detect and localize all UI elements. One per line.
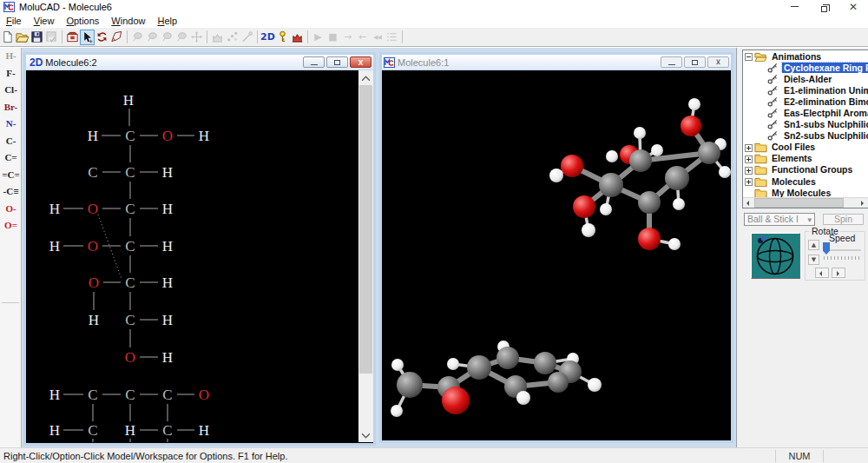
scroll-down-arrow[interactable] bbox=[358, 427, 373, 442]
workspace-tool-button[interactable] bbox=[290, 30, 305, 45]
atom-O bbox=[442, 387, 470, 414]
minimize-button[interactable] bbox=[779, 0, 809, 15]
menu-window[interactable]: Window bbox=[105, 15, 151, 28]
tree-item-eas-electphil-aromat[interactable]: Eas-Electphil Aromat bbox=[743, 107, 868, 118]
measure-tool-button[interactable] bbox=[225, 30, 240, 45]
close-button[interactable]: ✕ bbox=[838, 0, 868, 15]
atom-tool-2-button[interactable] bbox=[145, 30, 160, 45]
window-2d-minimize-button[interactable] bbox=[303, 56, 325, 68]
lasso-tool-button[interactable] bbox=[109, 30, 124, 45]
atom-H: H bbox=[123, 92, 134, 109]
atom-C: C bbox=[125, 387, 135, 403]
2d-window-icon: 2D bbox=[28, 56, 43, 69]
window-2d-close-button[interactable]: x bbox=[350, 56, 372, 68]
scrollbar-thumb[interactable] bbox=[754, 198, 844, 208]
tree-item-sn1-subs-nuclphilic-i[interactable]: Sn1-subs Nuclphilic I bbox=[743, 119, 868, 130]
scroll-right-arrow[interactable] bbox=[857, 198, 868, 208]
animation-list-button[interactable] bbox=[385, 30, 399, 45]
view-2d-button[interactable]: 2D bbox=[260, 30, 275, 45]
capture-model-button[interactable] bbox=[65, 30, 80, 45]
step-back-button[interactable]: ← bbox=[355, 30, 370, 45]
element-tool-N[interactable]: N- bbox=[0, 116, 22, 133]
play-animation-button[interactable]: ▶ bbox=[311, 30, 326, 45]
window-3d-maximize-button[interactable] bbox=[684, 56, 706, 68]
open-file-button[interactable] bbox=[15, 30, 30, 45]
tree-item-elements[interactable]: Elements bbox=[743, 153, 868, 164]
save-all-button[interactable] bbox=[44, 30, 59, 45]
step-forward-icon: → bbox=[344, 31, 352, 43]
element-tool-C[interactable]: C= bbox=[0, 149, 22, 167]
element-tool-O[interactable]: O= bbox=[0, 217, 22, 235]
element-tool-C[interactable]: -C≡ bbox=[0, 183, 22, 201]
expand-icon[interactable] bbox=[745, 143, 753, 151]
trackball-control[interactable] bbox=[751, 233, 800, 279]
window-3d-minimize-button[interactable] bbox=[661, 56, 682, 68]
expand-icon[interactable] bbox=[745, 177, 753, 185]
scroll-up-arrow[interactable] bbox=[358, 70, 373, 85]
atom-H bbox=[391, 359, 404, 371]
tree-item-cyclohexane-ring-flip[interactable]: Cyclohexane Ring Flip bbox=[743, 62, 868, 73]
tree-item-e2-elimination-bimol[interactable]: E2-elimination Bimol bbox=[743, 96, 868, 107]
spin-button[interactable]: Spin bbox=[823, 214, 864, 225]
tree-horizontal-scrollbar[interactable] bbox=[743, 197, 868, 208]
collapse-icon[interactable] bbox=[745, 52, 753, 60]
divider bbox=[823, 450, 824, 462]
element-tool-C[interactable]: =C= bbox=[0, 167, 22, 184]
atom-C: C bbox=[125, 274, 135, 291]
key-tool-button[interactable] bbox=[275, 30, 290, 45]
rotate-left-button[interactable] bbox=[815, 268, 829, 278]
new-file-button[interactable] bbox=[0, 30, 15, 45]
refresh-rotate-button[interactable] bbox=[95, 30, 109, 45]
2d-vertical-scrollbar[interactable] bbox=[358, 70, 373, 442]
tree-item-diels-alder[interactable]: Diels-Alder bbox=[743, 73, 868, 84]
tree-item-animations[interactable]: Animations bbox=[743, 50, 868, 62]
rotate-right-button[interactable] bbox=[832, 268, 845, 278]
move-tool-button[interactable] bbox=[189, 30, 204, 45]
element-tool-O[interactable]: O- bbox=[0, 201, 22, 218]
tree-item-label: Cyclohexane Ring Flip bbox=[782, 63, 868, 73]
window-2d-titlebar[interactable]: 2D Molecule6:2 x bbox=[26, 55, 373, 70]
atom-tool-4-button[interactable] bbox=[174, 30, 189, 45]
tree-item-cool-files[interactable]: Cool Files bbox=[743, 142, 868, 153]
step-forward-button[interactable]: → bbox=[340, 30, 355, 45]
tree-item-molecules[interactable]: Molecules bbox=[743, 175, 868, 187]
rotate-down-button[interactable]: ▼ bbox=[808, 255, 819, 265]
tree-item-e1-elimination-unimo[interactable]: E1-elimination Unimo bbox=[743, 84, 868, 96]
atom-O: O bbox=[89, 274, 99, 291]
atom-tool-1-button[interactable] bbox=[130, 30, 145, 45]
atom-O bbox=[638, 228, 661, 250]
scrollbar-thumb[interactable] bbox=[359, 85, 372, 374]
element-tool-C[interactable]: C- bbox=[0, 133, 22, 150]
rotate-up-button[interactable]: ▲ bbox=[808, 240, 819, 250]
energy-tool-button[interactable] bbox=[210, 30, 225, 45]
menu-help[interactable]: Help bbox=[151, 15, 183, 28]
window-2d-maximize-button[interactable] bbox=[326, 56, 348, 68]
menu-file[interactable]: File bbox=[0, 15, 28, 28]
scroll-left-arrow[interactable] bbox=[743, 198, 754, 208]
3d-canvas[interactable] bbox=[382, 70, 731, 440]
bond-tool-button[interactable] bbox=[240, 30, 254, 45]
restore-button[interactable] bbox=[809, 0, 838, 15]
window-3d-titlebar[interactable]: Molecule6:1 ☓ bbox=[382, 55, 731, 70]
element-tool-F[interactable]: F- bbox=[0, 65, 22, 83]
speed-slider-thumb[interactable] bbox=[823, 242, 830, 255]
element-tool-Br[interactable]: Br- bbox=[0, 99, 22, 116]
atom-tool-3-button[interactable] bbox=[160, 30, 174, 45]
2d-canvas[interactable]: HHCOHCCHHOCHHOCHOCHHCHOHHCCCOHCHCH bbox=[26, 70, 373, 442]
select-tool-button[interactable] bbox=[80, 30, 95, 45]
menu-view[interactable]: View bbox=[28, 15, 61, 28]
element-tool-Cl[interactable]: Cl- bbox=[0, 82, 22, 99]
element-tool-H[interactable]: H- bbox=[0, 48, 22, 65]
menu-options[interactable]: Options bbox=[60, 15, 105, 28]
expand-icon[interactable] bbox=[745, 166, 753, 174]
save-file-button[interactable] bbox=[30, 30, 44, 45]
folder-icon bbox=[754, 153, 767, 163]
render-style-dropdown[interactable]: Ball & Stick I ▾ bbox=[744, 213, 815, 226]
window-3d-close-button[interactable]: ☓ bbox=[707, 56, 729, 68]
tree-item-functional-groups[interactable]: Functional Groups bbox=[743, 164, 868, 175]
stop-animation-button[interactable]: ■ bbox=[326, 30, 340, 45]
rewind-button[interactable]: ◀◀ bbox=[370, 30, 385, 45]
tree-item-sn2-subs-nuclphilic-i[interactable]: Sn2-subs Nuclphilic I bbox=[743, 130, 868, 142]
expand-icon[interactable] bbox=[745, 155, 753, 162]
chevron-down-icon: ▾ bbox=[807, 215, 812, 226]
